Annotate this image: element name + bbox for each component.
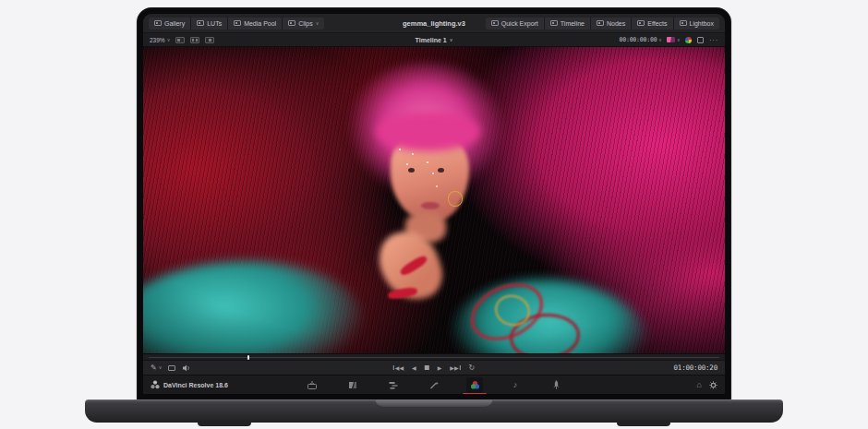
macbook-pro: Gallery LUTs Media Pool Clips ∨	[0, 0, 868, 429]
media-pool-button[interactable]: Media Pool	[228, 18, 283, 30]
clips-label: Clips	[298, 20, 313, 27]
davinci-resolve-window: Gallery LUTs Media Pool Clips ∨	[143, 14, 725, 394]
media-page-icon	[307, 381, 317, 389]
media-pool-label: Media Pool	[244, 20, 276, 27]
transport-controls: ◀◀ ◀ ▶ ▶▶ ↻	[393, 364, 475, 372]
viewer-panel	[143, 47, 725, 353]
quick-export-label: Quick Export	[501, 20, 538, 27]
viewer-zoom-select[interactable]: 239% ∨	[150, 37, 170, 43]
tab-cut[interactable]	[344, 377, 361, 393]
timeline-timecode: 01:00:00:20	[674, 363, 717, 372]
edit-page-icon	[389, 381, 398, 389]
nodes-icon	[597, 20, 604, 26]
settings-gear-icon[interactable]	[709, 381, 717, 389]
deliver-page-icon	[552, 380, 561, 389]
lightbox-button[interactable]: Lightbox	[674, 18, 719, 30]
lid-opening-notch	[375, 399, 493, 408]
wipe-style-select[interactable]: ∨	[667, 37, 680, 42]
transport-bar: ✎ ∨ ◀◀ ◀ ▶ ▶▶ ↻ 01:0	[143, 360, 725, 375]
draw-tool-button[interactable]: ✎ ∨	[151, 364, 162, 372]
timeline-label: Timeline	[561, 20, 585, 27]
image-wipe-icon[interactable]	[168, 365, 175, 371]
fairlight-page-icon: ♪	[513, 381, 518, 389]
step-back-button[interactable]: ◀	[412, 365, 416, 371]
quick-export-icon	[491, 20, 499, 26]
source-timecode-select[interactable]: 00:00:00:00 ∨	[620, 36, 662, 43]
app-version-label: DaVinci Resolve 18.6	[163, 382, 228, 388]
resolve-logo-icon	[151, 380, 160, 389]
tab-edit[interactable]	[385, 377, 402, 393]
cut-page-icon	[348, 381, 357, 389]
scrubber-track	[149, 357, 719, 358]
photo-vignette	[143, 47, 725, 353]
effects-button[interactable]: Effects	[632, 18, 673, 30]
luts-label: LUTs	[207, 20, 222, 27]
pen-icon: ✎	[151, 364, 157, 372]
loop-button[interactable]: ↻	[469, 364, 476, 372]
viewer-single-mode-icon[interactable]	[175, 37, 185, 43]
workspace-toggle-group: Quick Export Timeline Nodes Effects	[486, 18, 719, 30]
gallery-button[interactable]: Gallery	[149, 18, 191, 30]
tab-deliver[interactable]	[548, 377, 564, 393]
go-to-end-button[interactable]: ▶▶	[450, 365, 460, 371]
gallery-label: Gallery	[164, 20, 185, 27]
nodes-label: Nodes	[607, 20, 625, 27]
color-viewer-icon[interactable]	[685, 37, 692, 43]
timeline-selector-label: Timeline 1	[416, 37, 447, 43]
tab-fairlight[interactable]: ♪	[507, 377, 524, 393]
tab-color[interactable]	[466, 377, 483, 393]
clips-icon	[288, 20, 295, 26]
chevron-down-icon: ∨	[677, 38, 680, 42]
chevron-down-icon: ∨	[450, 38, 453, 42]
stop-button[interactable]	[425, 365, 429, 370]
top-toolbar: Gallery LUTs Media Pool Clips ∨	[143, 14, 725, 33]
chevron-down-icon: ∨	[316, 21, 319, 26]
luts-button[interactable]: LUTs	[191, 18, 228, 30]
chevron-down-icon: ∨	[159, 365, 163, 370]
timeline-button[interactable]: Timeline	[545, 18, 591, 30]
laptop-base	[85, 399, 783, 423]
viewer-split-mode-icon[interactable]	[190, 37, 199, 43]
clips-button[interactable]: Clips ∨	[283, 18, 324, 30]
viewer-scrubber[interactable]	[143, 353, 725, 360]
project-manager-icon[interactable]: ⌂	[697, 381, 702, 389]
page-navigation-bar: DaVinci Resolve 18.6	[143, 375, 725, 394]
system-buttons: ⌂	[697, 381, 717, 389]
lightbox-label: Lightbox	[690, 20, 714, 27]
page-tabs: ♪	[304, 375, 564, 394]
viewer-overflow-menu[interactable]: ···	[709, 37, 718, 43]
fusion-page-icon	[429, 381, 439, 389]
timeline-icon	[550, 20, 558, 26]
timeline-selector[interactable]: Timeline 1 ∨	[416, 37, 453, 43]
lightbox-icon	[680, 20, 687, 26]
gallery-icon	[154, 20, 162, 26]
speaker-icon[interactable]	[182, 364, 191, 372]
project-title: gemma_lighting.v3	[403, 19, 465, 28]
play-button[interactable]: ▶	[438, 365, 442, 371]
tab-fusion[interactable]	[426, 377, 442, 393]
expand-viewer-icon[interactable]	[697, 37, 704, 43]
media-pool-icon	[234, 20, 241, 26]
app-brand: DaVinci Resolve 18.6	[151, 380, 228, 389]
color-page-icon	[470, 380, 480, 390]
quick-export-button[interactable]: Quick Export	[486, 18, 545, 30]
source-timecode-value: 00:00:00:00	[620, 36, 657, 43]
chevron-down-icon: ∨	[658, 38, 661, 42]
viewer-options-bar: 239% ∨ Timeline 1 ∨ 00:00:00:00 ∨	[143, 33, 725, 47]
wipe-style-icon	[667, 37, 675, 42]
viewer-wipe-mode-icon[interactable]	[205, 37, 214, 43]
effects-label: Effects	[647, 20, 667, 27]
luts-icon	[197, 20, 204, 26]
chevron-down-icon: ∨	[167, 38, 171, 42]
effects-icon	[637, 20, 645, 26]
tab-media[interactable]	[304, 377, 320, 393]
viewer-zoom-value: 239%	[150, 37, 165, 43]
laptop-screen-bezel: Gallery LUTs Media Pool Clips ∨	[137, 7, 731, 401]
viewer-image	[143, 47, 725, 353]
nodes-button[interactable]: Nodes	[591, 18, 632, 30]
go-to-start-button[interactable]: ◀◀	[393, 365, 404, 371]
panel-toggle-group: Gallery LUTs Media Pool Clips ∨	[149, 18, 324, 30]
